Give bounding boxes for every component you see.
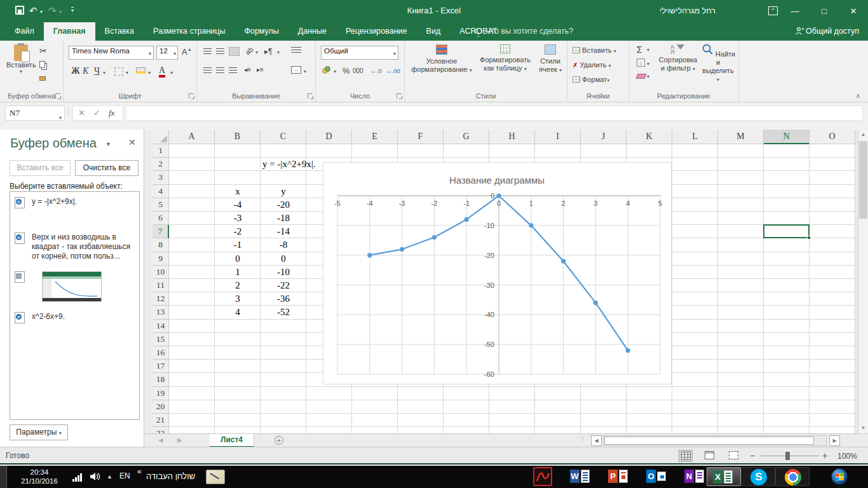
clipboard-item-3[interactable]: [10, 266, 139, 307]
zoom-level[interactable]: 100%: [837, 452, 857, 461]
font-color-icon[interactable]: А: [159, 65, 165, 78]
network-icon[interactable]: [72, 473, 84, 482]
column-header-O[interactable]: O: [810, 130, 855, 144]
ribbon-tab-Главная[interactable]: Главная: [44, 22, 95, 41]
hscroll-right-icon[interactable]: ▶: [829, 435, 840, 446]
cell-C6[interactable]: -18: [261, 212, 306, 225]
journal-note-icon[interactable]: [206, 470, 225, 484]
cell-B4[interactable]: x: [215, 185, 261, 198]
cell-B8[interactable]: -1: [215, 238, 261, 252]
number-format-combo[interactable]: Общий▾: [321, 46, 398, 60]
taskbar-app-excel[interactable]: X: [707, 467, 741, 486]
column-header-M[interactable]: M: [718, 130, 764, 144]
text-direction-icon[interactable]: ▸¶: [264, 47, 272, 56]
column-header-H[interactable]: H: [489, 130, 535, 144]
row-header-17[interactable]: 17: [153, 360, 169, 373]
sheet-tab-list4[interactable]: Лист4: [210, 434, 254, 447]
vertical-scrollbar[interactable]: ▲ ▼: [858, 130, 868, 433]
cell-B5[interactable]: -4: [215, 198, 261, 212]
options-button[interactable]: Параметры ▾: [10, 424, 68, 440]
borders-icon[interactable]: [114, 67, 123, 76]
tab-strip-splitter[interactable]: ⁞⁞: [580, 436, 585, 442]
share-button[interactable]: Общий доступ: [795, 22, 859, 41]
insert-function-icon[interactable]: fx: [109, 108, 114, 118]
insert-cells-button[interactable]: Вставить ▾: [573, 46, 616, 54]
column-header-J[interactable]: J: [581, 130, 627, 144]
hscroll-left-icon[interactable]: ◀: [591, 435, 602, 446]
percent-style-icon[interactable]: %: [342, 66, 350, 76]
taskbar-app-chrome[interactable]: [775, 467, 810, 486]
borders-dropdown-icon[interactable]: ▾: [126, 70, 128, 76]
align-middle-icon[interactable]: [216, 48, 224, 55]
fill-icon[interactable]: ↓: [637, 58, 645, 67]
horizontal-scrollbar[interactable]: [603, 435, 827, 446]
cut-icon[interactable]: ✂: [39, 46, 47, 56]
font-dialog-launcher[interactable]: [189, 93, 194, 98]
vertical-scroll-thumb[interactable]: [859, 141, 867, 219]
align-center-icon[interactable]: [216, 67, 224, 74]
account-name[interactable]: רחל מגרהלישוילי: [660, 6, 715, 15]
cell-C12[interactable]: -36: [261, 292, 306, 306]
copy-icon[interactable]: [39, 61, 45, 68]
maximize-button[interactable]: □: [810, 0, 839, 22]
underline-button[interactable]: Ч: [94, 66, 100, 76]
taskbar-app-word[interactable]: W: [564, 467, 599, 486]
name-box-dropdown-icon[interactable]: ▾: [59, 111, 62, 125]
row-header-15[interactable]: 15: [153, 333, 169, 346]
ribbon-tab-Формулы[interactable]: Формулы: [234, 22, 288, 41]
comma-style-icon[interactable]: 000: [353, 67, 363, 74]
toolbar-chevron[interactable]: «: [137, 467, 142, 476]
font-name-combo[interactable]: Times New Roma▾: [69, 46, 154, 60]
formula-input[interactable]: [126, 105, 863, 121]
selected-cell-N7[interactable]: [763, 224, 810, 238]
minimize-button[interactable]: —: [780, 0, 810, 22]
font-color-dropdown-icon[interactable]: ▾: [170, 70, 173, 76]
zoom-slider-thumb[interactable]: [785, 452, 790, 460]
format-as-table-button[interactable]: Форматировать как таблицу ▾: [476, 44, 534, 73]
column-header-C[interactable]: C: [261, 130, 306, 144]
name-box[interactable]: N7▾: [5, 105, 65, 121]
column-header-E[interactable]: E: [352, 130, 398, 144]
pane-dropdown-icon[interactable]: ▼: [105, 141, 111, 147]
align-top-icon[interactable]: [203, 48, 212, 55]
increase-decimal-icon[interactable]: ←.0: [370, 67, 381, 74]
row-header-6[interactable]: 6: [153, 212, 169, 225]
ribbon-tab-Файл[interactable]: Файл: [5, 22, 44, 41]
row-header-21[interactable]: 21: [153, 414, 169, 427]
volume-icon[interactable]: [89, 471, 100, 484]
ribbon-tab-Рецензирование[interactable]: Рецензирование: [336, 22, 417, 41]
new-sheet-icon[interactable]: +: [275, 436, 283, 445]
row-header-11[interactable]: 11: [153, 279, 169, 292]
orientation-dropdown-icon[interactable]: ▾: [255, 50, 258, 55]
sort-filter-button[interactable]: А Я Сортировка и фильтр ▾: [657, 43, 699, 73]
bold-button[interactable]: Ж: [71, 66, 80, 76]
find-select-button[interactable]: Найти и выделить ▾: [700, 43, 736, 84]
font-size-combo[interactable]: 12▾: [156, 46, 178, 60]
column-header-L[interactable]: L: [672, 130, 718, 144]
show-desktop-button[interactable]: [0, 466, 7, 488]
desktop-toolbar-label[interactable]: שולחן העבודה: [146, 471, 195, 481]
normal-view-icon[interactable]: [679, 450, 693, 462]
align-bottom-icon[interactable]: [229, 47, 240, 56]
increase-indent-icon[interactable]: ▸≡: [257, 66, 264, 73]
taskbar-app-skype[interactable]: S: [741, 467, 775, 486]
row-header-9[interactable]: 9: [153, 252, 169, 266]
row-header-13[interactable]: 13: [153, 306, 169, 319]
taskbar-clock[interactable]: 20:34 21/10/2016: [10, 468, 69, 485]
paste-button[interactable]: Вставить ▾: [6, 44, 36, 74]
embedded-chart[interactable]: -5-4-3-2-10123450-10-20-30-40-50-60Назва…: [323, 162, 672, 384]
horizontal-scroll-thumb[interactable]: [604, 437, 814, 445]
row-header-1[interactable]: 1: [153, 144, 169, 158]
cell-B13[interactable]: 4: [215, 306, 261, 319]
zoom-slider[interactable]: [761, 456, 819, 456]
prev-sheet-icon[interactable]: ◀: [158, 437, 163, 444]
align-left-icon[interactable]: [203, 67, 212, 74]
row-header-20[interactable]: 20: [153, 400, 169, 414]
increase-font-icon[interactable]: А▲: [182, 47, 192, 57]
scroll-down-icon[interactable]: ▼: [858, 423, 868, 433]
pane-close-icon[interactable]: ✕: [128, 137, 136, 147]
row-header-16[interactable]: 16: [153, 346, 169, 360]
clipboard-item-1[interactable]: еy = -|x^2+9x|.: [10, 192, 139, 227]
clear-icon[interactable]: [636, 74, 647, 79]
cell-B6[interactable]: -3: [215, 212, 261, 225]
